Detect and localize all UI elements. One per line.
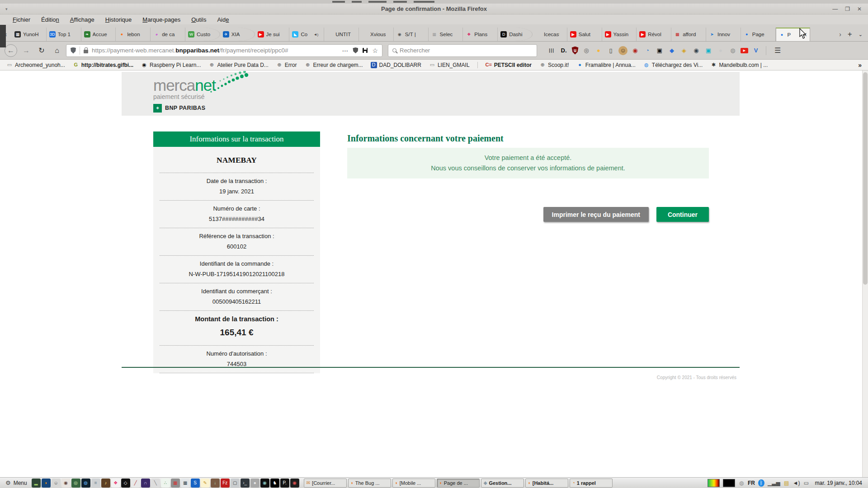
menu-item[interactable]: Marque-pages [142,16,180,23]
taskbar-window-button[interactable]: ◗ The Bug ... [348,479,391,488]
extension-icon[interactable]: ◈ [679,46,689,55]
extension-icon[interactable]: ▣ [704,46,713,55]
browser-tab[interactable]: ❧ Accue [81,28,116,41]
browser-tab[interactable]: ▦ YunoH [12,28,47,41]
browser-tab[interactable]: 3D Top 1 [47,28,81,41]
browser-tab[interactable]: ➤ Innov [706,28,741,41]
browser-tab[interactable]: ● Page [741,28,776,41]
taskbar-window-button[interactable]: ◗ Page de ... [437,479,480,488]
url-bar[interactable]: https://payment-web.mercanet.bnpparibas.… [66,44,382,57]
monitor-widget[interactable] [723,479,735,487]
bookmarks-overflow-icon[interactable]: » [858,61,862,69]
bookmark-item[interactable]: ◉ Raspberry Pi Learn... [141,62,201,68]
vertical-scrollbar[interactable] [862,70,868,477]
bookmark-item[interactable]: ⊕ Atelier Pure Data D... [208,62,268,68]
taskbar-app-icon[interactable]: ◇ [121,479,130,488]
bookmark-star-icon[interactable]: ☆ [372,47,378,54]
browser-tab[interactable]: ▶ Je sui [255,28,290,41]
tab-audio-icon[interactable]: ◄) [314,33,319,37]
scrollbar-thumb[interactable] [863,72,868,285]
bookmark-item[interactable]: ⊕ Erreur de chargem... [305,62,363,68]
taskbar-app-icon[interactable]: ∩ [141,479,150,488]
browser-tab[interactable]: ▶ Yassin [602,28,637,41]
reload-button[interactable]: ↻ [35,44,48,57]
browser-tab[interactable]: ❖ Plans [463,28,498,41]
browser-tab[interactable]: ▩ afford [671,28,706,41]
permissions-shield-icon[interactable] [353,47,358,53]
url-text[interactable]: https://payment-web.mercanet.bnpparibas.… [92,47,338,54]
tray-icon[interactable]: ▤ [783,479,790,487]
bookmark-item[interactable]: ● Framalibre | Annua... [577,62,636,68]
page-actions-icon[interactable]: ⋯ [342,47,348,54]
audio-spectrum-widget[interactable] [708,479,720,487]
close-button[interactable]: ✕ [857,6,862,12]
forward-button[interactable]: → [20,44,33,57]
browser-tab[interactable]: ◉ S/T | [394,28,429,41]
extension-icon[interactable]: u [571,47,579,55]
extension-icon[interactable]: ◎ [582,46,591,55]
back-button[interactable]: ← [5,44,17,57]
extension-icon[interactable]: ◔ [643,46,652,55]
save-page-icon[interactable] [363,48,368,53]
extension-icon[interactable]: ☰ [547,46,556,55]
minimize-button[interactable]: — [832,6,838,12]
menu-item[interactable]: Historique [105,16,132,23]
browser-tab[interactable]: ▶ Salut [567,28,602,41]
taskbar-app-icon[interactable]: ◍ [81,479,90,488]
browser-tab[interactable]: ◣ Co ◄) [289,28,324,41]
menu-item[interactable]: Fichier [13,16,30,23]
taskbar-app-icon[interactable]: ❖ [111,479,120,488]
continue-button[interactable]: Continuer [656,207,709,222]
extension-icon[interactable]: ◉ [692,46,701,55]
bookmark-item[interactable]: ⊕ Scoop.it! [539,62,569,68]
taskbar-window-button[interactable]: ◗ [Habitá... [525,479,568,488]
menu-item[interactable]: Aide [217,16,229,23]
bookmark-item[interactable] [477,62,478,68]
taskbar-clock[interactable]: mar. 19 janv., 10:04 [812,480,864,486]
extension-icon[interactable]: ☺ [618,46,627,55]
bookmark-item[interactable]: C= PETSCII editor [486,62,532,68]
taskbar-window-button[interactable]: ✉ [Courrier... [304,479,347,488]
taskbar-app-icon[interactable]: ›_ [241,479,250,488]
browser-tab[interactable]: ▦ Selec [429,28,463,41]
new-tab-button[interactable]: + [848,30,852,39]
home-button[interactable]: ⌂ [51,44,63,57]
taskbar-app-icon[interactable]: ◎ [71,479,80,488]
https-lock-icon[interactable] [84,50,88,53]
taskbar-app-icon[interactable]: ▢ [231,479,240,488]
taskbar-app-icon[interactable]: ∴ [161,479,170,488]
taskbar-app-icon[interactable]: ◗ [42,479,51,488]
browser-tab[interactable]: Icecast D [533,28,567,41]
browser-tab[interactable]: W Custo [185,28,220,41]
bookmark-item[interactable]: D DAD_DOLIBARR [371,62,421,68]
browser-tab[interactable]: ◕ de ca [151,28,185,41]
extension-icon[interactable]: ▯ [606,46,615,55]
browser-tab[interactable]: Xvious_e [359,28,394,41]
menu-item[interactable]: Édition [41,16,59,23]
list-all-tabs-button[interactable]: ⌄ [859,32,863,38]
taskbar-app-icon[interactable]: ▂ [32,479,41,488]
browser-tab[interactable]: ▶ Révol [637,28,671,41]
tracking-protection-shield-icon[interactable] [71,47,76,54]
bookmark-item[interactable]: ▭ Archeomed_yunoh... [6,62,65,68]
extension-icon[interactable]: ● [594,46,603,55]
taskbar-app-icon[interactable]: ╲ [151,479,160,488]
browser-tab[interactable]: ✈ XIA [220,28,255,41]
extension-icon[interactable]: D. [559,46,568,55]
taskbar-app-icon[interactable]: ● [250,479,259,488]
print-receipt-button[interactable]: Imprimer le reçu du paiement [543,207,649,222]
maximize-button[interactable]: ❐ [845,6,850,12]
taskbar-app-icon[interactable]: ▦ [171,479,180,488]
taskbar-app-icon[interactable]: ╱ [131,479,140,488]
tab-close-icon[interactable]: ✕ [802,32,807,38]
tray-icon[interactable]: ▭ [803,479,809,487]
tray-icon[interactable]: ▁▃▅ [768,479,780,487]
browser-tab[interactable]: D Dashi [498,28,533,41]
extension-icon[interactable]: ▣ [655,46,664,55]
applications-menu-button[interactable]: ⚙ Menu [2,479,30,486]
tray-icon[interactable]: ◍ [738,479,745,487]
browser-tab[interactable]: UNTITLED [324,28,359,41]
scroll-tabs-right-button[interactable]: › [839,31,841,38]
taskbar-app-icon[interactable]: ↓ [211,479,220,488]
taskbar-app-icon[interactable]: ≡ [91,479,100,488]
